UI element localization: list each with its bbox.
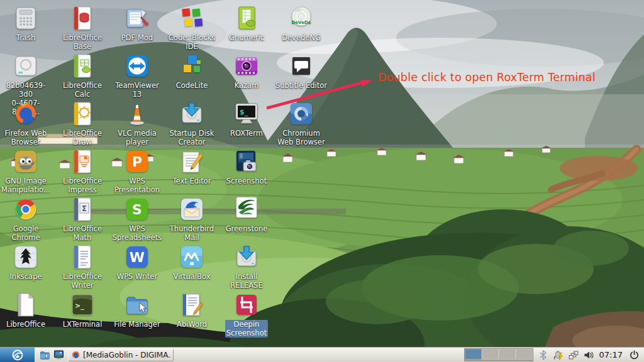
lo-base-icon bbox=[69, 4, 96, 32]
network-icon[interactable] bbox=[569, 349, 579, 360]
desktop-icon-teamviewer[interactable]: TeamViewer 13 bbox=[109, 52, 165, 99]
deepin-screenshot-icon bbox=[233, 291, 260, 319]
desktop-icon-thunderbird[interactable]: Thunderbird Mail bbox=[164, 195, 219, 242]
desktop-icon-chrome[interactable]: Google Chrome bbox=[0, 195, 53, 242]
svg-text:W: W bbox=[130, 250, 145, 265]
desktop-icon-file-manager[interactable]: File Manager bbox=[109, 291, 165, 329]
desktop-icon-gimp[interactable]: GNU Image Manipulatio... bbox=[0, 148, 53, 194]
desktop-icon-lo-math[interactable]: ΣLibreOffice Math bbox=[55, 195, 110, 242]
taskbar: [MediaGoblin - DIGIMA... 07:17 bbox=[0, 347, 644, 362]
desktop-icon-label: WPS Writer bbox=[116, 272, 158, 281]
desktop-icon-label: Deepin Screenshot bbox=[225, 320, 268, 337]
desktop-icon-screenshot[interactable]: Screenshot bbox=[219, 148, 274, 185]
desktop-icon-grid: Trash82b04639-3d0 0-4607-8e85-...Firefox… bbox=[0, 0, 644, 347]
desktop-icon-label: Kazam bbox=[233, 81, 260, 90]
desktop-icon-roxterm[interactable]: $_ROXTerm bbox=[219, 100, 274, 138]
desktop-icon-label: File Manager bbox=[113, 320, 161, 329]
show-desktop-button[interactable] bbox=[52, 349, 65, 361]
desktop-icon-lo-draw[interactable]: LibreOffice Draw bbox=[55, 100, 110, 146]
power-manager-icon[interactable] bbox=[553, 349, 564, 360]
desktop-icon-label: LibreOffice Draw bbox=[62, 129, 103, 146]
desktop-icon-text-editor[interactable]: Text Editor bbox=[164, 148, 219, 185]
lo-math-icon: Σ bbox=[69, 195, 96, 223]
workspace-1[interactable] bbox=[465, 349, 482, 359]
vlc-icon bbox=[123, 100, 151, 128]
desktop-icon-label: Inkscape bbox=[8, 272, 43, 281]
desktop-icon-label: Firefox Web Browser bbox=[4, 129, 48, 146]
start-menu-button[interactable] bbox=[0, 348, 35, 362]
lo-calc-icon bbox=[69, 52, 96, 80]
workspace-3[interactable] bbox=[499, 349, 516, 359]
desktop-icon-wps-spreadsheets[interactable]: SWPS Spreadsheets bbox=[109, 195, 165, 242]
gimp-icon bbox=[12, 148, 40, 175]
desktop-icon-label: Gnumeric bbox=[228, 33, 265, 42]
pdfmod-icon bbox=[123, 4, 151, 32]
desktop-icon-label: Install RELEASE bbox=[229, 272, 264, 290]
chromium-icon bbox=[287, 100, 315, 128]
desktop-icon-virtualbox[interactable]: VirtualBox bbox=[164, 243, 219, 281]
desktop-icon-label: LibreOffice Impress bbox=[62, 177, 103, 194]
desktop-icon-codeblocks[interactable]: Code::Blocks IDE bbox=[164, 4, 219, 51]
desktop-icon-chromium[interactable]: Chromium Web Browser bbox=[274, 100, 329, 146]
firefox-icon bbox=[12, 100, 40, 128]
desktop-icon-firefox[interactable]: Firefox Web Browser bbox=[0, 100, 53, 146]
desktop-icon-lxterminal[interactable]: >_LXTerminal bbox=[55, 291, 110, 329]
desktop-icon-subtitle-editor[interactable]: Subtitle Editor bbox=[274, 52, 329, 90]
desktop-icon-deepin-screenshot[interactable]: Deepin Screenshot bbox=[219, 291, 274, 337]
task-button-label: [MediaGoblin - DIGIMA... bbox=[83, 351, 170, 359]
desktop-icon-kazam[interactable]: Kazam bbox=[219, 52, 274, 90]
desktop-icon-label: Greenstone bbox=[225, 224, 269, 233]
desktop-icon-label: LibreOffice Writer bbox=[62, 272, 103, 290]
thunderbird-icon bbox=[178, 195, 206, 223]
system-tray bbox=[538, 349, 594, 360]
svg-text:>_: >_ bbox=[75, 302, 84, 310]
devede-icon: DeVeDe bbox=[287, 4, 315, 32]
desktop-icon-label: WPS Spreadsheets bbox=[111, 224, 163, 242]
workspace-4[interactable] bbox=[516, 349, 533, 359]
volume-icon[interactable] bbox=[584, 349, 594, 360]
desktop-icon-abiword[interactable]: AbiWord bbox=[164, 291, 219, 329]
startup-disk-icon bbox=[178, 100, 206, 128]
greenstone-icon bbox=[233, 195, 260, 223]
firefox-icon bbox=[71, 350, 80, 359]
shutdown-button[interactable] bbox=[628, 349, 640, 361]
desktop-icon-pdfmod[interactable]: PDF Mod bbox=[109, 4, 165, 42]
task-button-mediagoblin[interactable]: [MediaGoblin - DIGIMA... bbox=[68, 349, 174, 361]
desktop-icon-trash[interactable]: Trash bbox=[0, 4, 53, 42]
desktop-icon-inkscape[interactable]: Inkscape bbox=[0, 243, 53, 281]
desktop-icon-codelite[interactable]: CodeLite bbox=[164, 52, 219, 90]
kazam-icon bbox=[233, 52, 260, 80]
desktop-icon-label: Text Editor bbox=[172, 177, 213, 185]
desktop-icon-startup-disk[interactable]: Startup Disk Creator bbox=[164, 100, 219, 146]
desktop-icon-devede[interactable]: DeVeDeDevedeNG bbox=[274, 4, 329, 42]
roxterm-icon: $_ bbox=[233, 100, 260, 128]
desktop-icon-libreoffice[interactable]: LibreOffice bbox=[0, 291, 53, 329]
desktop-icon-label: LibreOffice Base bbox=[62, 33, 103, 51]
desktop-icon-label: AbiWord bbox=[175, 320, 208, 329]
desktop-icon-gnumeric[interactable]: Gnumeric bbox=[219, 4, 274, 42]
bluetooth-icon[interactable] bbox=[538, 349, 549, 360]
disk-uuid-icon bbox=[12, 52, 40, 80]
quick-launch bbox=[38, 348, 65, 362]
inkscape-icon bbox=[12, 243, 40, 271]
desktop-icon-label: WPS Presentation bbox=[113, 177, 161, 194]
desktop-icon-wps-writer[interactable]: WWPS Writer bbox=[109, 243, 165, 281]
file-manager-launcher-button[interactable] bbox=[38, 349, 51, 361]
codelite-icon bbox=[178, 52, 206, 80]
svg-text:Σ: Σ bbox=[82, 204, 87, 213]
desktop-icon-wps-presentation[interactable]: PWPS Presentation bbox=[109, 148, 165, 194]
desktop-icon-label: Thunderbird Mail bbox=[169, 224, 215, 242]
desktop-icon-lo-writer[interactable]: LibreOffice Writer bbox=[55, 243, 110, 290]
desktop-icon-lo-impress[interactable]: LibreOffice Impress bbox=[55, 148, 110, 194]
desktop-icon-install-release[interactable]: Install RELEASE bbox=[219, 243, 274, 290]
trash-icon bbox=[12, 4, 40, 32]
desktop-icon-label: Subtitle Editor bbox=[274, 81, 328, 90]
desktop-icon-vlc[interactable]: VLC media player bbox=[109, 100, 165, 146]
desktop-icon-label: LibreOffice Math bbox=[62, 224, 103, 242]
desktop-icon-lo-base[interactable]: LibreOffice Base bbox=[55, 4, 110, 51]
desktop-icon-label: LXTerminal bbox=[62, 320, 104, 329]
desktop-icon-greenstone[interactable]: Greenstone bbox=[219, 195, 274, 233]
desktop-icon-lo-calc[interactable]: LibreOffice Calc bbox=[55, 52, 110, 99]
desktop-icon-label: VLC media player bbox=[116, 129, 158, 146]
workspace-2[interactable] bbox=[482, 349, 499, 359]
